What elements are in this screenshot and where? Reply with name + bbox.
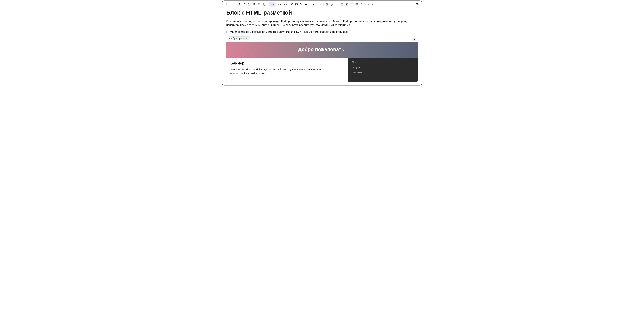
underline-button[interactable]: [247, 2, 252, 6]
list-dropdown[interactable]: [276, 2, 282, 6]
clear-format-button[interactable]: AĮ: [262, 2, 266, 6]
nav-services[interactable]: Услуги: [352, 66, 414, 69]
italic-button[interactable]: [242, 2, 246, 6]
formula-label: f(x): [316, 3, 319, 5]
nav-about[interactable]: О нас: [352, 61, 414, 64]
cut-button[interactable]: [299, 2, 304, 6]
block-menu-button[interactable]: [412, 38, 416, 41]
monospace-label: M: [258, 3, 260, 6]
columns-button[interactable]: [354, 2, 359, 6]
more-button[interactable]: [371, 2, 375, 6]
text-color-dropdown[interactable]: A: [283, 2, 289, 6]
preview-badge[interactable]: Предпросмотр: [228, 36, 250, 40]
nav-contacts[interactable]: Контакты: [352, 71, 414, 74]
svg-point-31: [373, 4, 373, 4]
right-column: О нас Услуги Контакты: [348, 58, 418, 82]
svg-rect-22: [346, 3, 348, 5]
editor-window: M AĮ H A: [222, 0, 422, 85]
html-preview-block: Предпросмотр Добро пожаловать! Баннер Зд…: [226, 36, 418, 82]
eye-icon: [230, 37, 232, 40]
paragraph-1: В редакторе можно добавить на страницу H…: [226, 19, 418, 27]
settings-button[interactable]: [415, 2, 419, 6]
banner-title: Баннер: [230, 61, 344, 65]
dots-icon: [413, 38, 415, 41]
formula-dropdown[interactable]: f(x): [316, 2, 322, 6]
chart-dropdown[interactable]: [364, 2, 370, 6]
hero-text: Добро пожаловать!: [298, 47, 346, 52]
svg-point-17: [327, 4, 327, 4]
heading-dropdown[interactable]: H: [269, 2, 276, 6]
link-button[interactable]: [290, 2, 294, 6]
anchor-button[interactable]: #: [359, 2, 364, 6]
redo-button[interactable]: [230, 2, 234, 6]
svg-point-9: [277, 4, 278, 4]
left-column: Баннер Здесь может быть любой содержател…: [226, 58, 348, 82]
svg-point-10: [277, 5, 278, 5]
chevron-down-icon: [368, 3, 370, 5]
columns-row: Баннер Здесь может быть любой содержател…: [226, 58, 418, 82]
svg-point-33: [417, 4, 418, 5]
chevron-down-icon: [286, 3, 288, 5]
monospace-button[interactable]: M: [257, 2, 261, 6]
html-button[interactable]: [335, 2, 339, 6]
banner-text: Здесь может быть любой содержательный те…: [230, 68, 336, 75]
hero-banner: Добро пожаловать!: [226, 42, 418, 58]
chevron-down-icon: [272, 3, 274, 5]
image-button[interactable]: [325, 2, 330, 6]
editor-content[interactable]: Блок с HTML-разметкой В редакторе можно …: [222, 8, 422, 85]
layout-button[interactable]: [350, 2, 354, 6]
chevron-down-icon: [280, 3, 282, 5]
svg-point-30: [372, 4, 372, 4]
clear-format-label: AĮ: [263, 3, 265, 6]
strikethrough-button[interactable]: [252, 2, 256, 6]
attachment-button[interactable]: [330, 2, 334, 6]
checklist-button[interactable]: [345, 2, 349, 6]
svg-point-35: [413, 39, 413, 40]
toolbar: M AĮ H A: [222, 1, 422, 8]
quote-button[interactable]: [304, 2, 308, 6]
svg-point-37: [414, 39, 415, 40]
svg-rect-23: [351, 3, 353, 5]
svg-point-8: [277, 3, 278, 4]
svg-line-2: [244, 3, 245, 5]
chevron-down-icon: [319, 3, 321, 5]
text-label: A: [284, 3, 286, 6]
heading-label: H: [270, 3, 272, 6]
undo-button[interactable]: [225, 2, 229, 6]
svg-point-32: [374, 4, 374, 4]
table-button[interactable]: [340, 2, 344, 6]
svg-line-14: [302, 5, 302, 5]
bold-button[interactable]: [237, 2, 242, 6]
chevron-down-icon: [312, 3, 314, 5]
svg-line-15: [301, 4, 302, 4]
hash-label: #: [361, 3, 362, 6]
svg-point-36: [414, 39, 414, 40]
page-title: Блок с HTML-разметкой: [226, 9, 418, 16]
svg-point-34: [230, 38, 231, 39]
paragraph-2: HTML-блок можно использовать вместе с др…: [226, 30, 418, 34]
separator: [236, 3, 236, 6]
preview-badge-label: Предпросмотр: [232, 37, 248, 40]
code-dropdown[interactable]: [309, 2, 315, 6]
note-button[interactable]: [294, 2, 299, 6]
